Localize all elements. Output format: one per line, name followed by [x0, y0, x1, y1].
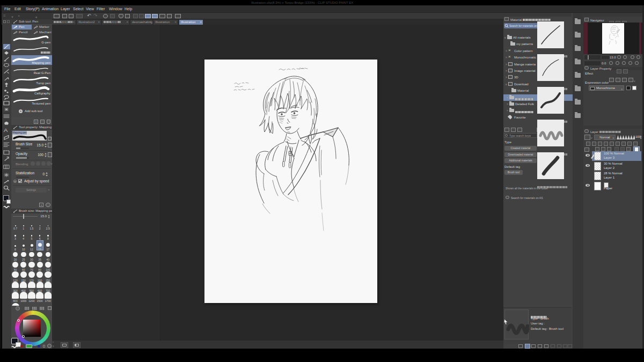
svg-text:A: A [4, 128, 8, 133]
